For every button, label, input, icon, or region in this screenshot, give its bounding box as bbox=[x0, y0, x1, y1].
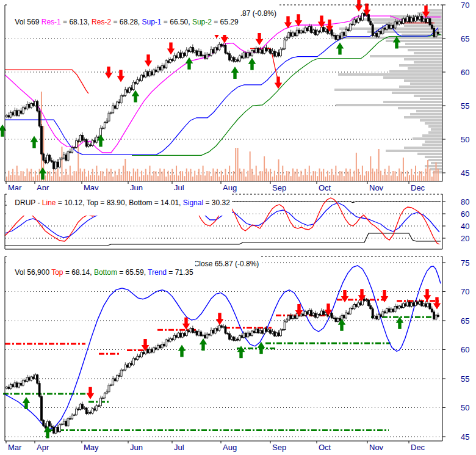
svg-text:75: 75 bbox=[461, 258, 469, 268]
svg-text:Mar: Mar bbox=[8, 443, 22, 452]
svg-text:80: 80 bbox=[461, 197, 469, 206]
svg-text:65: 65 bbox=[461, 34, 469, 43]
res1-value: = 68.13, bbox=[61, 18, 92, 26]
oscillator-line-label: Line bbox=[42, 198, 56, 207]
sup1-label: Sup-1 bbox=[142, 18, 162, 26]
svg-text:Sep: Sep bbox=[272, 443, 286, 452]
bottom-level-value: = 65.59, bbox=[117, 268, 148, 277]
svg-text:20: 20 bbox=[461, 234, 469, 243]
svg-text:50: 50 bbox=[461, 403, 469, 412]
svg-text:55: 55 bbox=[461, 374, 469, 384]
oscillator-signal-value: = 30.32 bbox=[203, 198, 230, 207]
panel3-header-line2: Vol 56,900 Top = 68.14, Bottom = 65.59, … bbox=[7, 260, 195, 285]
svg-text:65: 65 bbox=[461, 316, 469, 326]
svg-text:60: 60 bbox=[461, 345, 469, 354]
svg-text:50: 50 bbox=[461, 135, 469, 144]
svg-text:45: 45 bbox=[461, 169, 469, 178]
sup2-value: = 65.29 bbox=[212, 18, 239, 26]
svg-text:40: 40 bbox=[461, 222, 469, 231]
svg-text:Aug: Aug bbox=[223, 443, 237, 452]
oscillator-mid-text: = 10.12, Top = 83.90, Bottom = 14.01, bbox=[56, 198, 182, 207]
panel1-header-line2: Vol 569 Res-1 = 68.13, Res-2 = 68.28, Su… bbox=[7, 9, 240, 35]
top-level-label: Top bbox=[51, 268, 63, 277]
svg-text:Oct: Oct bbox=[319, 443, 331, 452]
svg-text:45: 45 bbox=[461, 432, 469, 442]
svg-text:Sep: Sep bbox=[272, 183, 286, 192]
bottom-level-label: Bottom bbox=[94, 268, 117, 277]
res2-value: = 68.28, bbox=[111, 18, 142, 26]
svg-text:55: 55 bbox=[461, 101, 469, 111]
svg-text:Jun: Jun bbox=[130, 443, 143, 452]
svg-text:Dec: Dec bbox=[411, 443, 425, 452]
sup1-value: = 66.50, bbox=[162, 18, 192, 26]
panel3-volume-text: Vol 56,900 bbox=[15, 268, 51, 277]
svg-text:May: May bbox=[84, 443, 99, 452]
trend-label: Trend bbox=[148, 268, 167, 277]
svg-text:Nov: Nov bbox=[369, 183, 384, 192]
svg-text:60: 60 bbox=[461, 209, 469, 219]
svg-text:Nov: Nov bbox=[369, 443, 384, 452]
res1-label: Res-1 bbox=[41, 18, 61, 26]
svg-text:60: 60 bbox=[461, 68, 469, 77]
stock-chart-window: 706560555045MarAprMayJunJulAugSepOctNovD… bbox=[0, 0, 476, 455]
svg-text:70: 70 bbox=[461, 1, 469, 10]
svg-text:Jul: Jul bbox=[174, 443, 184, 452]
res2-label: Res-2 bbox=[92, 18, 111, 26]
top-level-value: = 68.14, bbox=[63, 268, 94, 277]
svg-text:Oct: Oct bbox=[319, 183, 331, 192]
trend-value: = 71.35 bbox=[167, 268, 193, 277]
svg-text:70: 70 bbox=[461, 287, 469, 296]
svg-text:Apr: Apr bbox=[37, 443, 49, 452]
chart-canvas: 706560555045MarAprMayJunJulAugSepOctNovD… bbox=[0, 0, 476, 455]
panel1-volume-text: Vol 569 bbox=[15, 18, 41, 26]
panel2-header: DRUP - Line = 10.12, Top = 83.90, Bottom… bbox=[7, 190, 232, 216]
panel2-symbol: DRUP - bbox=[15, 198, 41, 207]
svg-text:Dec: Dec bbox=[411, 183, 425, 192]
oscillator-signal-label: Signal bbox=[183, 198, 203, 207]
sup2-label: Sup-2 bbox=[192, 18, 212, 26]
